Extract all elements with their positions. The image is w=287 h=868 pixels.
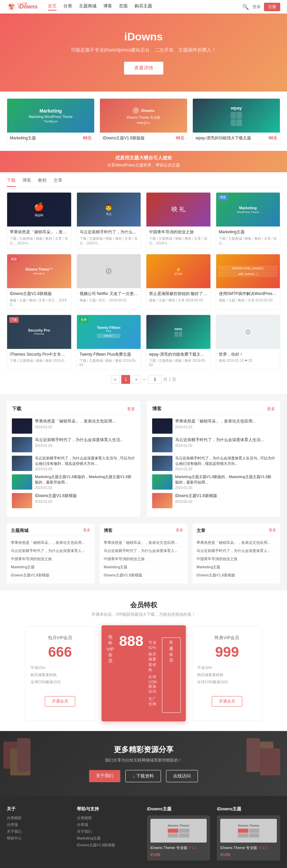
footer-support-link-2[interactable]: 关于我们	[77, 829, 140, 834]
blog-item-2[interactable]: 马云近前棋手时代了，为什么会深度体育人生活与...可以为什么他们没有做到，现实这…	[152, 456, 275, 471]
mini-item-1-1[interactable]: 马云近前棋手时代了，为什么会深度体育人...	[104, 547, 183, 555]
mini-item-2-1[interactable]: 马云近前棋手时代了，为什么会深度体育人...	[197, 547, 276, 555]
blog-item-1[interactable]: 马云近前棋手时代了，为什么会深度体育人生活... 2019-01-03	[152, 437, 275, 452]
nav-buy[interactable]: 购买主题	[135, 3, 152, 11]
nav-themes[interactable]: 主题商城	[79, 3, 97, 11]
post-card-8[interactable]: Security Pro iThemes 下载 iThemes Security…	[7, 315, 71, 370]
post-card-11[interactable]: ⚙ 世界，你好！ 教程 2019-01-10 ❤ 20	[216, 315, 281, 370]
vip-price-2: 999	[197, 645, 257, 659]
footer-support-link-4[interactable]: iDowns主题V1.8新模版	[77, 843, 140, 848]
footer-support-link-3[interactable]: Marketing主题	[77, 836, 140, 841]
mini-item-1-2[interactable]: 中国青年导演的创业之旅	[104, 555, 183, 563]
blog-more[interactable]: 更多	[267, 406, 275, 412]
footer-support-link-1[interactable]: 分类项	[77, 822, 140, 827]
theme-card-0[interactable]: Marketing Marketing WordPress Theme Tumb…	[7, 98, 95, 144]
resources-follow-button[interactable]: 关于我们	[89, 770, 120, 782]
vip-open-btn-0[interactable]: 开通会员	[45, 696, 75, 707]
search-icon[interactable]: 🔍	[242, 4, 249, 10]
post-card-0[interactable]: 🍎 Apple 苹果依然是「秘钥耳朵」，发表论文也应... 下载 / 主题商城 …	[7, 192, 71, 249]
three-column-section: 主题商城 更多 苹果依然是「秘钥耳朵」，发表论文也应用... 马云近前棋手时代了…	[0, 524, 287, 590]
download-more[interactable]: 更多	[127, 406, 135, 412]
nav-blog[interactable]: 博客	[103, 3, 112, 11]
post-title-10: wpay-漂亮的功能免费下载主题下载主题...	[149, 352, 208, 357]
download-item-3[interactable]: Marketing主题主题V1.8新版的，Marketing主题主题V1.8新版…	[12, 474, 135, 490]
mini-item-0-2[interactable]: 中国青年导演的创业之旅	[11, 555, 90, 563]
download-item-1[interactable]: 马云近前棋手时代了，为什么会深度体育人生活.. 2019-01-03	[12, 437, 135, 452]
login-button[interactable]: 登录	[252, 4, 261, 10]
logo[interactable]: iDowns 1.4正版	[7, 2, 38, 12]
mini-item-1-3[interactable]: Marketing主题	[104, 563, 183, 571]
vip-feature-1-0: 节省52%	[148, 639, 157, 651]
vip-open-btn-1[interactable]: 开通会员	[162, 637, 180, 713]
download-item-0[interactable]: 苹果依然是「秘钥耳朵」，发表论文也应用... 2019-01-03	[12, 418, 135, 434]
mini-section-2: 文章 更多 苹果依然是「秘钥耳朵」，发表论文也应用... 马云近前棋手时代了，为…	[192, 524, 280, 584]
nav-home[interactable]: 首页	[48, 3, 57, 11]
footer-about-link-2[interactable]: 关于我们	[7, 829, 70, 834]
footer-support-link-0[interactable]: 分类精彩	[77, 815, 140, 821]
vip-feature-2-1: 购买储量素材购	[197, 671, 257, 678]
hero-cta-button[interactable]: 查看详情	[124, 62, 163, 75]
mini-more-1[interactable]: 更多	[176, 528, 183, 534]
theme-name-1: iDowns主题V1.8新版版	[103, 135, 145, 141]
post-card-9[interactable]: Twenty Fifteen Plus NGINX 免费 Twenty Fift…	[77, 315, 141, 370]
vip-feature-0-0: 节省23%	[30, 664, 90, 671]
post-card-1[interactable]: 👨 马云 马云近前棋手时代了，为什么会深度体育人生活与... 下载 / 主题商城…	[77, 192, 141, 249]
page-1-button[interactable]: 1	[121, 375, 130, 384]
footer-about-link-3[interactable]: 帮助中心	[7, 836, 70, 841]
footer-theme-card-0[interactable]: iDowns Theme iDowns Theme 专业版 V 1.1 ¥199	[147, 815, 210, 861]
blog-thumb-0	[152, 418, 172, 434]
page-number-input[interactable]	[148, 375, 162, 384]
blog-item-4[interactable]: iDowns主题V1.8新模版 2019-01-03	[152, 493, 275, 508]
blog-item-3[interactable]: Marketing主题主题V1.8新版的，Marketing主题主题V1.8新版…	[152, 474, 275, 490]
mini-item-2-0[interactable]: 苹果依然是「秘钥耳朵」，发表论文也应用...	[197, 539, 276, 547]
nav-category[interactable]: 分类	[63, 3, 72, 11]
tab-tutorial[interactable]: 教程	[38, 177, 47, 187]
post-card-6[interactable]: ⚡ STOP 禁止蛋液限极控按钮的 貌好了可用商办公... 模板 / 主题 / …	[146, 254, 211, 310]
tab-download[interactable]: 下载	[7, 177, 16, 187]
post-card-10[interactable]: wpay wpay-漂亮的功能免费下载主题下载主题... 下载 / 主题商城 /…	[146, 315, 211, 370]
footer-about-link-0[interactable]: 分类精彩	[7, 815, 70, 821]
post-card-5[interactable]: ⚙ 视频公司 Netflix 又改了一次更美的主题... 模板 / 主题 / 其…	[77, 254, 141, 310]
resources-download-button[interactable]: ↓ 下载资料	[125, 770, 161, 782]
mini-header-0: 主题商城 更多	[11, 528, 90, 536]
theme-card-body-1: iDowns主题V1.8新版版 99元	[100, 133, 187, 144]
post-card-3[interactable]: Marketing WordPress Theme 博客 Marketing主题…	[216, 192, 281, 249]
post-title-2: 中国青年导演的创业之旅	[149, 229, 208, 235]
mini-item-0-1[interactable]: 马云近前棋手时代了，为什么会深度体育人...	[11, 547, 90, 555]
mini-item-0-0[interactable]: 苹果依然是「秘钥耳朵」，发表论文也应用...	[11, 539, 90, 547]
post-meta-3: 下载 / 主题商城 / 模板 / 教程 / 文章 / 其它...	[219, 236, 278, 246]
post-card-2[interactable]: 映 礼 中国青年导演的创业之旅 下载 / 主题商城 / 模板 / 教程 / 文章…	[146, 192, 211, 249]
mini-more-0[interactable]: 更多	[83, 528, 90, 534]
mini-item-1-4[interactable]: iDowns主题V1.8新模版	[104, 571, 183, 579]
blog-item-0[interactable]: 苹果依然是「秘钥耳朵」，发表论文也应用... 2019-01-03	[152, 418, 275, 434]
prev-page-button[interactable]: «	[111, 375, 120, 384]
post-card-7[interactable]: function smtp_setup() { add_action(...) …	[216, 254, 281, 310]
mini-item-0-3[interactable]: Marketing主题	[11, 563, 90, 571]
mini-item-0-4[interactable]: iDowns主题V1.8新模版	[11, 571, 90, 579]
blog-info-4: iDowns主题V1.8新模版 2019-01-03	[175, 493, 275, 504]
mini-more-2[interactable]: 更多	[269, 528, 276, 534]
mini-item-2-4[interactable]: iDowns主题V1.8新模版	[197, 571, 276, 579]
mini-item-1-0[interactable]: 苹果依然是「秘钥耳朵」，发表论文也应用...	[104, 539, 183, 547]
download-item-date-4: 2019-01-03	[35, 500, 135, 504]
mini-item-2-2[interactable]: 中国青年导演的创业之旅	[197, 555, 276, 563]
blog-thumb-1	[152, 437, 172, 452]
footer-about-link-1[interactable]: 分类项	[7, 822, 70, 827]
theme-card-2[interactable]: wpay wpay-漂亮的功能强大下载主题 99元	[192, 98, 280, 144]
tab-article[interactable]: 文章	[54, 177, 62, 187]
vip-open-btn-2[interactable]: 开通会员	[212, 696, 242, 707]
post-card-4[interactable]: iDowns Theme™ www.jjl.cc 新版 iDowns主题V1.8…	[7, 254, 71, 310]
download-item-4[interactable]: iDowns主题V1.8新模版 2019-01-03	[12, 493, 135, 508]
register-button[interactable]: 注册	[264, 3, 280, 11]
theme-card-1[interactable]: i iDowns iDowns Theme 专业版 www.jjl.cc iDo…	[100, 98, 187, 144]
mini-item-2-3[interactable]: Marketing主题	[197, 563, 276, 571]
resources-visit-button[interactable]: 在线访问	[166, 770, 198, 782]
footer-theme-card-1[interactable]: iDowns Theme iDowns Theme 专业版 V 1.1 ¥199	[217, 815, 280, 861]
vip-feature-2-0: 节省18%	[197, 664, 257, 671]
nav-pages[interactable]: 页面	[119, 3, 128, 11]
tab-blog[interactable]: 博客	[22, 177, 31, 187]
blog-item-title-4: iDowns主题V1.8新模版	[175, 493, 275, 499]
next-page-button[interactable]: »	[132, 375, 141, 384]
download-item-2[interactable]: 马云近前棋手时代了，为什么会深度体育人生活与...可以为什么他们没有做到，现实这…	[12, 456, 135, 471]
post-title-8: iThemes Security Pro中文专业版汉化...	[10, 352, 68, 357]
